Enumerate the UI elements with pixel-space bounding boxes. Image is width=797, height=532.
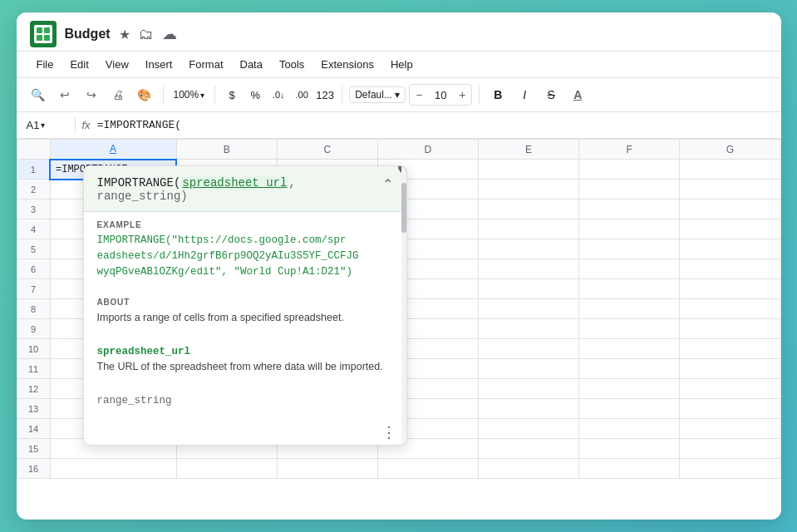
spreadsheet-cell[interactable] xyxy=(579,219,680,239)
spreadsheet-cell[interactable] xyxy=(579,319,680,339)
font-size-decrease[interactable]: − xyxy=(410,85,428,105)
spreadsheet-cell[interactable] xyxy=(680,419,780,439)
spreadsheet-cell[interactable] xyxy=(579,180,680,200)
spreadsheet-cell[interactable] xyxy=(579,200,680,219)
font-size-increase[interactable]: + xyxy=(453,85,471,105)
number-format-btn[interactable]: 123 xyxy=(315,85,335,105)
font-select[interactable]: Defaul... ▾ xyxy=(349,86,406,103)
formula-input[interactable]: =IMPORTRANGE( xyxy=(97,119,771,131)
tooltip-collapse-button[interactable]: ⌃ xyxy=(382,176,393,192)
spreadsheet-cell[interactable] xyxy=(680,200,780,219)
redo-btn[interactable]: ↪ xyxy=(80,83,103,106)
col-header-b[interactable]: B xyxy=(176,140,277,160)
currency-btn[interactable]: $ xyxy=(222,85,242,105)
spreadsheet-cell[interactable] xyxy=(377,459,478,479)
spreadsheet-cell[interactable] xyxy=(680,399,780,419)
italic-btn[interactable]: I xyxy=(513,83,536,106)
spreadsheet-cell[interactable] xyxy=(579,439,680,459)
spreadsheet-cell[interactable] xyxy=(579,279,680,299)
search-btn[interactable]: 🔍 xyxy=(27,83,50,106)
cloud-icon[interactable]: ☁ xyxy=(162,25,177,43)
spreadsheet-cell[interactable] xyxy=(479,219,579,239)
spreadsheet-cell[interactable] xyxy=(579,160,680,180)
font-size-value[interactable]: 10 xyxy=(428,89,453,101)
dec-more-btn[interactable]: .00 xyxy=(292,85,312,105)
print-btn[interactable]: 🖨 xyxy=(106,83,130,106)
spreadsheet-cell[interactable] xyxy=(680,459,780,479)
tooltip-more-button[interactable]: ⋮ xyxy=(84,420,406,445)
col-header-d[interactable]: D xyxy=(377,140,478,160)
spreadsheet-cell[interactable] xyxy=(479,319,579,339)
col-header-a[interactable]: A xyxy=(50,140,176,160)
spreadsheet-cell[interactable] xyxy=(680,379,780,399)
spreadsheet-cell[interactable] xyxy=(479,200,579,219)
cell-ref-dropdown[interactable]: ▾ xyxy=(41,121,45,130)
spreadsheet-cell[interactable] xyxy=(680,359,780,379)
bold-btn[interactable]: B xyxy=(486,83,509,106)
spreadsheet-cell[interactable] xyxy=(479,160,579,180)
spreadsheet-cell[interactable] xyxy=(680,319,780,339)
spreadsheet-cell[interactable] xyxy=(579,359,680,379)
spreadsheet-cell[interactable] xyxy=(579,399,680,419)
menu-extensions[interactable]: Extensions xyxy=(314,55,381,74)
spreadsheet-cell[interactable] xyxy=(579,459,680,479)
spreadsheet-cell[interactable] xyxy=(680,180,780,200)
spreadsheet-cell[interactable] xyxy=(479,419,579,439)
icon-cell xyxy=(44,27,50,33)
menu-insert[interactable]: Insert xyxy=(139,55,180,74)
cell-reference[interactable]: A1 ▾ xyxy=(27,119,68,131)
spreadsheet-cell[interactable] xyxy=(479,439,579,459)
spreadsheet-cell[interactable] xyxy=(176,459,277,479)
col-header-g[interactable]: G xyxy=(680,140,780,160)
percent-btn[interactable]: % xyxy=(245,85,265,105)
spreadsheet-cell[interactable] xyxy=(479,459,579,479)
about-text: Imports a range of cells from a specifie… xyxy=(97,310,393,326)
spreadsheet-cell[interactable] xyxy=(680,439,780,459)
underline-btn[interactable]: A xyxy=(566,83,589,106)
menu-help[interactable]: Help xyxy=(384,55,420,74)
spreadsheet-cell[interactable] xyxy=(479,339,579,359)
spreadsheet-cell[interactable] xyxy=(479,239,579,259)
spreadsheet-cell[interactable] xyxy=(579,239,680,259)
col-header-f[interactable]: F xyxy=(579,140,680,160)
col-header-e[interactable]: E xyxy=(479,140,579,160)
spreadsheet-cell[interactable] xyxy=(479,379,579,399)
strikethrough-btn[interactable]: S xyxy=(539,83,563,106)
param1-desc: The URL of the spreadsheet from where da… xyxy=(97,359,393,375)
param2-section: range_string xyxy=(84,380,406,413)
menu-format[interactable]: Format xyxy=(182,55,229,74)
spreadsheet-cell[interactable] xyxy=(277,459,377,479)
spreadsheet-cell[interactable] xyxy=(680,279,780,299)
spreadsheet-cell[interactable] xyxy=(680,160,780,180)
spreadsheet-cell[interactable] xyxy=(479,259,579,279)
menu-data[interactable]: Data xyxy=(234,55,269,74)
spreadsheet-cell[interactable] xyxy=(479,359,579,379)
menu-file[interactable]: File xyxy=(30,55,61,74)
spreadsheet-cell[interactable] xyxy=(50,459,176,479)
spreadsheet-cell[interactable] xyxy=(479,279,579,299)
spreadsheet-cell[interactable] xyxy=(479,399,579,419)
dec-less-btn[interactable]: .0↓ xyxy=(268,85,288,105)
menu-view[interactable]: View xyxy=(99,55,135,74)
undo-btn[interactable]: ↩ xyxy=(53,83,76,106)
spreadsheet-cell[interactable] xyxy=(680,239,780,259)
spreadsheet-cell[interactable] xyxy=(680,219,780,239)
folder-icon[interactable]: 🗂 xyxy=(139,26,154,43)
spreadsheet-cell[interactable] xyxy=(579,339,680,359)
paint-format-btn[interactable]: 🎨 xyxy=(133,83,156,106)
spreadsheet-cell[interactable] xyxy=(579,259,680,279)
fx-label: fx xyxy=(82,119,91,131)
menu-edit[interactable]: Edit xyxy=(63,55,95,74)
spreadsheet-cell[interactable] xyxy=(579,379,680,399)
spreadsheet-cell[interactable] xyxy=(680,339,780,359)
spreadsheet-cell[interactable] xyxy=(479,180,579,200)
zoom-select[interactable]: 100% ▾ xyxy=(170,87,209,102)
star-icon[interactable]: ★ xyxy=(119,27,130,42)
spreadsheet-cell[interactable] xyxy=(680,299,780,319)
spreadsheet-cell[interactable] xyxy=(479,299,579,319)
spreadsheet-cell[interactable] xyxy=(680,259,780,279)
spreadsheet-cell[interactable] xyxy=(579,419,680,439)
spreadsheet-cell[interactable] xyxy=(579,299,680,319)
col-header-c[interactable]: C xyxy=(277,140,377,160)
menu-tools[interactable]: Tools xyxy=(273,55,311,74)
